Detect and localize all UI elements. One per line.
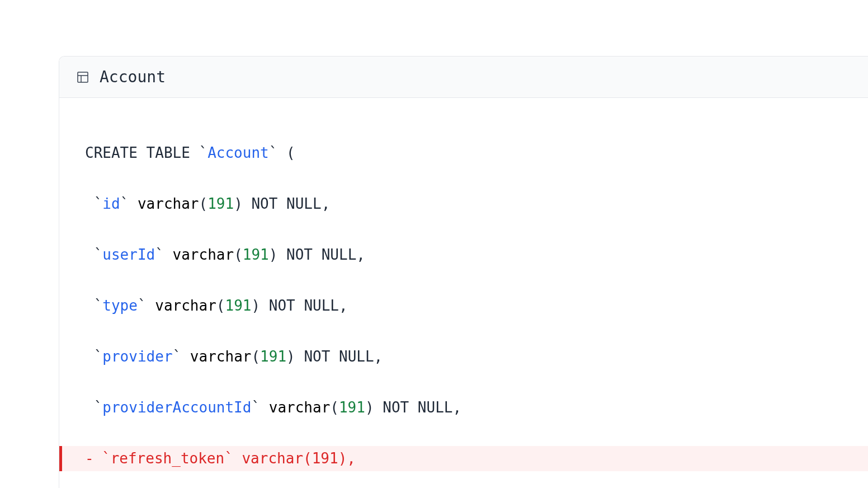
schema-diff-window: Account CREATE TABLE `Account` ( `id` va… xyxy=(59,56,868,488)
sql-line-provider: `provider` varchar(191) NOT NULL, xyxy=(59,344,868,370)
sql-line-type: `type` varchar(191) NOT NULL, xyxy=(59,293,868,319)
sql-line-removed-refresh-token: -`refresh_token` varchar(191), xyxy=(59,446,868,472)
table-icon xyxy=(76,71,89,84)
sql-line-provideraccountid: `providerAccountId` varchar(191) NOT NUL… xyxy=(59,395,868,421)
sql-diff-code: CREATE TABLE `Account` ( `id` varchar(19… xyxy=(59,98,868,488)
window-header: Account xyxy=(59,57,868,98)
table-name-title: Account xyxy=(100,68,166,86)
sql-line-userid: `userId` varchar(191) NOT NULL, xyxy=(59,242,868,268)
sql-line-id: `id` varchar(191) NOT NULL, xyxy=(59,191,868,217)
sql-line-create: CREATE TABLE `Account` ( xyxy=(59,140,868,166)
svg-rect-0 xyxy=(78,72,88,82)
